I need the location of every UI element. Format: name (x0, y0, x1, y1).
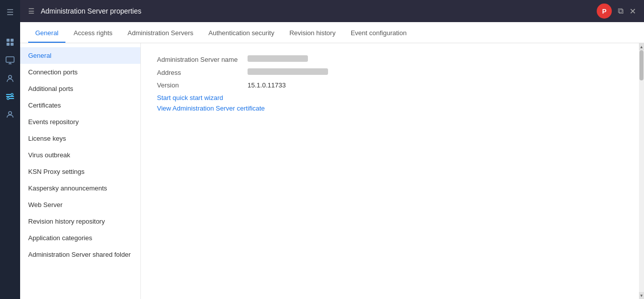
dialog-titlebar: ☰ Administration Server properties P ⧉ ✕ (20, 0, 644, 22)
field-label-version: Version (157, 81, 248, 89)
field-label-address: Address (157, 69, 248, 76)
nav-item-certificates[interactable]: Certificates (20, 97, 140, 114)
tab-bar: General Access rights Administration Ser… (20, 22, 644, 43)
tab-general[interactable]: General (28, 24, 65, 43)
icon-bar: ☰ (0, 0, 20, 299)
user-avatar[interactable]: P (597, 4, 612, 19)
tab-revision-history[interactable]: Revision history (282, 24, 343, 43)
scrollbar-arrow-down[interactable]: ▼ (639, 292, 644, 299)
nav-icon-settings[interactable] (2, 88, 18, 105)
close-icon[interactable]: ✕ (629, 7, 636, 16)
bookmark-icon[interactable]: ⧉ (618, 7, 623, 16)
nav-icon-1[interactable] (2, 34, 18, 50)
field-row-name: Administration Server name (157, 55, 623, 63)
nav-icon-monitor[interactable] (2, 52, 18, 68)
nav-item-administration-server-shared-folder[interactable]: Administration Server shared folder (20, 246, 140, 263)
nav-item-license-keys[interactable]: License keys (20, 130, 140, 147)
nav-item-general[interactable]: General (20, 47, 140, 64)
blurred-server-name (248, 55, 308, 62)
nav-item-revision-history-repository[interactable]: Revision history repository (20, 213, 140, 230)
left-nav: General Connection ports Additional port… (20, 43, 141, 299)
scrollbar-arrow-up[interactable]: ▲ (639, 43, 644, 50)
view-certificate-link[interactable]: View Administration Server certificate (157, 105, 623, 112)
nav-item-ksn-proxy-settings[interactable]: KSN Proxy settings (20, 163, 140, 180)
dialog-title: Administration Server properties (41, 7, 141, 15)
titlebar-right: P ⧉ ✕ (597, 4, 636, 19)
nav-item-connection-ports[interactable]: Connection ports (20, 64, 140, 80)
svg-rect-4 (6, 57, 14, 62)
titlebar-left: ☰ Administration Server properties (28, 7, 141, 15)
right-scrollbar[interactable]: ▲ ▼ (639, 43, 644, 299)
nav-icon-user[interactable] (2, 107, 18, 123)
nav-item-virus-outbreak[interactable]: Virus outbreak (20, 147, 140, 163)
svg-rect-8 (6, 94, 11, 95)
hamburger-menu-icon[interactable]: ☰ (2, 4, 18, 20)
field-value-address (248, 68, 328, 76)
scrollbar-thumb[interactable] (639, 50, 643, 80)
tab-administration-servers[interactable]: Administration Servers (121, 24, 201, 43)
svg-point-12 (7, 97, 9, 99)
blurred-server-address (248, 68, 328, 75)
start-quick-start-wizard-link[interactable]: Start quick start wizard (157, 94, 623, 102)
nav-item-application-categories[interactable]: Application categories (20, 230, 140, 246)
field-value-name (248, 55, 308, 63)
svg-rect-10 (9, 98, 14, 99)
svg-point-13 (9, 112, 12, 115)
svg-point-11 (11, 93, 13, 95)
svg-point-7 (9, 75, 12, 78)
tab-access-rights[interactable]: Access rights (66, 24, 119, 43)
right-panel: Administration Server name Address Versi… (141, 43, 639, 299)
svg-rect-0 (7, 39, 10, 42)
nav-item-additional-ports[interactable]: Additional ports (20, 80, 140, 97)
field-label-name: Administration Server name (157, 56, 248, 63)
nav-item-events-repository[interactable]: Events repository (20, 114, 140, 130)
svg-rect-3 (11, 43, 14, 46)
field-row-address: Address (157, 68, 623, 76)
nav-icon-group[interactable] (2, 70, 18, 86)
nav-item-web-server[interactable]: Web Server (20, 196, 140, 213)
svg-rect-2 (7, 43, 10, 46)
content-area: General Connection ports Additional port… (20, 43, 644, 299)
tab-event-configuration[interactable]: Event configuration (344, 24, 414, 43)
scrollbar-track[interactable] (639, 50, 644, 292)
svg-rect-9 (6, 96, 14, 97)
dialog-wrapper: ☰ Administration Server properties P ⧉ ✕… (20, 0, 644, 299)
svg-rect-1 (11, 39, 14, 42)
nav-item-kaspersky-announcements[interactable]: Kaspersky announcements (20, 180, 140, 196)
tab-authentication-security[interactable]: Authentication security (201, 24, 281, 43)
titlebar-menu-icon[interactable]: ☰ (28, 7, 35, 15)
field-value-version: 15.1.0.11733 (248, 81, 286, 89)
field-row-version: Version 15.1.0.11733 (157, 81, 623, 89)
